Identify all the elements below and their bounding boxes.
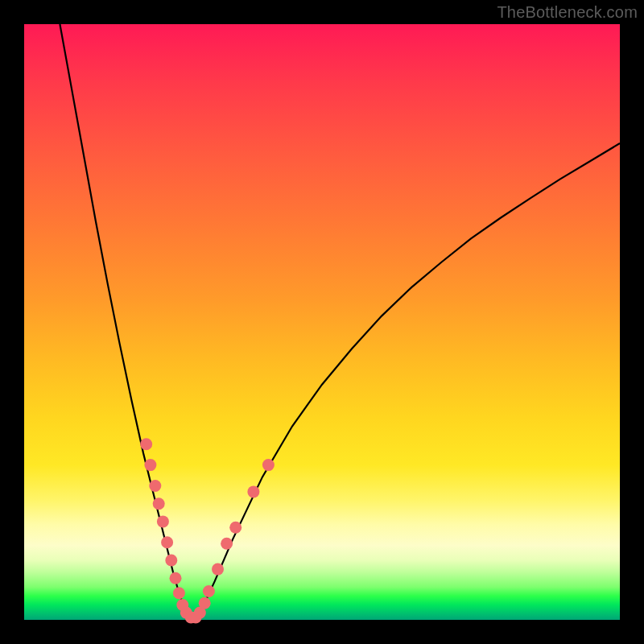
sample-point <box>161 536 173 548</box>
chart-frame: TheBottleneck.com <box>0 0 644 644</box>
sample-point <box>149 480 161 492</box>
sample-point <box>165 555 177 567</box>
sample-point <box>221 538 233 550</box>
sample-point <box>229 522 242 534</box>
sample-point <box>170 572 182 584</box>
sample-point <box>199 597 211 609</box>
sample-point <box>212 564 224 576</box>
sample-points <box>140 438 275 623</box>
watermark-text: TheBottleneck.com <box>497 3 638 22</box>
sample-point <box>262 459 275 471</box>
sample-point <box>157 515 169 527</box>
chart-overlay <box>24 24 620 620</box>
plot-area <box>24 24 620 620</box>
sample-point <box>203 585 215 597</box>
sample-point <box>173 587 185 599</box>
sample-point <box>153 497 165 510</box>
sample-point <box>144 459 156 471</box>
sample-point <box>247 485 259 497</box>
bottleneck-curve <box>60 24 620 620</box>
sample-point <box>140 438 152 450</box>
